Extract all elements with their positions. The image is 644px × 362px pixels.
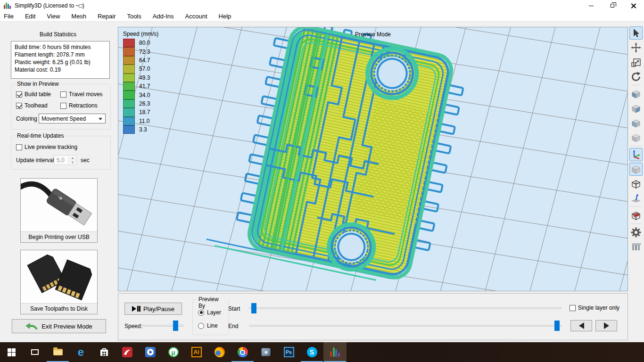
- speed-slider[interactable]: [143, 321, 183, 331]
- task-view-icon: [31, 349, 39, 355]
- show-in-preview-group: Show in Preview Build table Travel moves…: [11, 84, 111, 130]
- store-button[interactable]: [92, 342, 116, 362]
- coloring-dropdown[interactable]: Movement Speed: [39, 114, 106, 123]
- build-table-checkbox[interactable]: Build table: [16, 91, 51, 98]
- end-slider-handle[interactable]: [554, 321, 560, 331]
- menu-edit[interactable]: Edit: [19, 11, 41, 22]
- title-bar: Simplify3D (Licensed to ~□): [0, 0, 644, 11]
- line-radio-button[interactable]: [198, 323, 204, 329]
- select-tool-button[interactable]: [629, 26, 643, 40]
- update-interval-spinner[interactable]: 5,0: [54, 155, 76, 165]
- travel-moves-checkbox[interactable]: Travel moves: [60, 91, 103, 98]
- edge-button[interactable]: e: [69, 342, 92, 362]
- previous-layer-button[interactable]: [570, 320, 592, 331]
- save-toolpaths-button[interactable]: Save Toolpaths to Disk: [20, 250, 98, 314]
- travel-moves-checkbox-box[interactable]: [60, 91, 66, 98]
- view-side-cube-button[interactable]: [629, 102, 643, 115]
- single-layer-checkbox[interactable]: Single layer only: [570, 304, 619, 311]
- photoshop-button[interactable]: Ps: [277, 342, 300, 362]
- preview-sidebar: Build Statistics Build time: 0 hours 58 …: [0, 22, 118, 342]
- surface-normal-button[interactable]: [629, 192, 643, 205]
- media-player-button[interactable]: [139, 342, 162, 362]
- spinner-buttons[interactable]: [69, 156, 76, 165]
- start-layer-slider[interactable]: [249, 303, 561, 313]
- legend-row: 34.0: [123, 90, 158, 99]
- preview-by-group: Preview By Layer Line: [192, 299, 229, 335]
- pan-tool-button[interactable]: [629, 41, 643, 54]
- cube-side-icon: [630, 103, 642, 114]
- live-preview-checkbox-box[interactable]: [16, 144, 22, 150]
- toolhead-checkbox[interactable]: Toolhead: [16, 102, 48, 109]
- legend-swatch: [123, 108, 135, 116]
- menu-file[interactable]: File: [0, 11, 19, 22]
- normal-arrow-icon: [630, 193, 642, 204]
- legend-swatch: [123, 99, 135, 108]
- live-preview-checkbox[interactable]: Live preview tracking: [16, 144, 77, 150]
- end-layer-slider[interactable]: [249, 321, 561, 331]
- start-button[interactable]: [0, 342, 23, 362]
- minimize-button[interactable]: [580, 0, 602, 11]
- skype-button[interactable]: S: [300, 342, 323, 362]
- legend-row: 80.0: [123, 39, 158, 47]
- spinner-up-icon[interactable]: [69, 156, 76, 160]
- menu-repair[interactable]: Repair: [92, 11, 121, 22]
- restore-button[interactable]: [602, 0, 623, 11]
- view-iso-cube-button[interactable]: [629, 131, 643, 144]
- preview-3d-viewport[interactable]: Preview Mode Speed (mm/s) 80.0 72.3 64.7…: [118, 27, 628, 291]
- scale-tool-button[interactable]: [629, 56, 643, 69]
- single-layer-checkbox-box[interactable]: [570, 305, 576, 311]
- show-axes-button[interactable]: [629, 148, 643, 161]
- close-button[interactable]: [623, 0, 644, 11]
- menu-account[interactable]: Account: [180, 11, 213, 22]
- solid-cube-icon: [630, 164, 642, 175]
- preview-by-layer-radio[interactable]: Layer: [198, 309, 221, 316]
- menu-addins[interactable]: Add-Ins: [147, 11, 180, 22]
- retractions-checkbox-box[interactable]: [60, 103, 66, 109]
- close-icon: [631, 3, 636, 8]
- cross-section-button[interactable]: [629, 209, 643, 222]
- task-view-button[interactable]: [23, 342, 46, 362]
- end-slider-track[interactable]: [249, 325, 561, 327]
- video-converter-button[interactable]: [254, 342, 277, 362]
- wireframe-view-button[interactable]: [629, 177, 643, 190]
- layer-radio-button[interactable]: [198, 310, 204, 316]
- single-layer-label: Single layer only: [578, 304, 619, 311]
- move-arrows-icon: [630, 42, 642, 53]
- foxit-reader-button[interactable]: [116, 342, 139, 362]
- build-table-checkbox-box[interactable]: [16, 91, 22, 98]
- play-pause-button[interactable]: Play/Pause: [124, 303, 182, 315]
- utorrent-button[interactable]: µ: [162, 342, 185, 362]
- preview-by-line-radio[interactable]: Line: [198, 322, 218, 329]
- support-structures-button[interactable]: [629, 240, 643, 254]
- rotate-icon: [630, 71, 642, 82]
- legend-row: 72.3: [123, 47, 158, 56]
- spinner-down-icon[interactable]: [69, 160, 76, 165]
- retractions-checkbox[interactable]: Retractions: [60, 102, 98, 109]
- illustrator-button[interactable]: Ai: [185, 342, 208, 362]
- speed-legend-title: Speed (mm/s): [123, 31, 158, 37]
- firefox-button[interactable]: [208, 342, 231, 362]
- file-explorer-button[interactable]: [46, 342, 69, 362]
- solid-view-button[interactable]: [629, 163, 643, 176]
- menu-help[interactable]: Help: [213, 11, 237, 22]
- realtime-updates-group: Real-time Updates Live preview tracking …: [11, 136, 111, 170]
- restore-icon: [611, 4, 614, 8]
- start-slider-track[interactable]: [249, 307, 561, 309]
- live-preview-label: Live preview tracking: [25, 144, 77, 150]
- end-label: End: [228, 323, 238, 329]
- simplify3d-taskbar-button[interactable]: [323, 342, 347, 362]
- speed-slider-handle[interactable]: [173, 321, 178, 331]
- view-front-cube-button[interactable]: [629, 87, 643, 100]
- toolhead-checkbox-box[interactable]: [16, 103, 22, 109]
- next-layer-button[interactable]: [595, 320, 617, 331]
- begin-printing-usb-button[interactable]: Begin Printing over USB: [20, 178, 98, 243]
- chrome-button[interactable]: [231, 342, 254, 362]
- rotate-tool-button[interactable]: [629, 70, 643, 83]
- menu-tools[interactable]: Tools: [121, 11, 147, 22]
- menu-view[interactable]: View: [41, 11, 66, 22]
- settings-button[interactable]: [629, 226, 643, 239]
- view-top-cube-button[interactable]: [629, 116, 643, 130]
- start-slider-handle[interactable]: [251, 303, 256, 313]
- menu-mesh[interactable]: Mesh: [66, 11, 92, 22]
- exit-preview-mode-button[interactable]: Exit Preview Mode: [12, 319, 106, 333]
